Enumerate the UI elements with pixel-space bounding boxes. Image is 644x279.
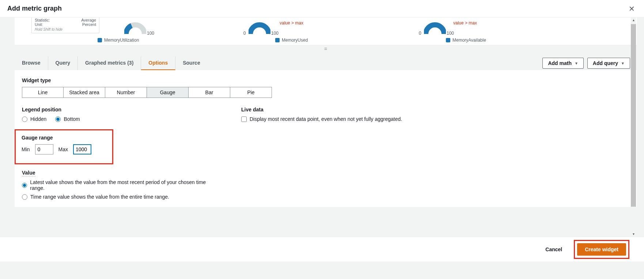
gauge-min-label: 0	[243, 31, 246, 36]
widget-type-bar[interactable]: Bar	[189, 87, 230, 98]
value-timerange-radio[interactable]	[22, 194, 27, 200]
gauge-min-label: 0	[419, 31, 421, 36]
modal-header: Add metric graph ✕	[0, 0, 644, 18]
chevron-down-icon: ▼	[621, 61, 625, 65]
gauge-max-label: 100	[147, 31, 154, 36]
value-exceed-warning: value > max	[280, 20, 303, 26]
live-data-label: Live data	[241, 107, 629, 112]
tab-query[interactable]: Query	[48, 56, 78, 70]
widget-type-pie[interactable]: Pie	[230, 87, 272, 98]
gauge-min-label: Min	[22, 146, 30, 152]
value-timerange-option[interactable]: Time range value shows the value from th…	[22, 194, 212, 200]
legend-swatch	[275, 38, 280, 42]
legend-position-label: Legend position	[22, 107, 212, 112]
legend-item[interactable]: MemoryUsed	[275, 38, 308, 43]
add-math-label: Add math	[548, 60, 572, 66]
modal-title: Add metric graph	[7, 5, 62, 12]
add-query-button[interactable]: Add query▼	[587, 58, 630, 69]
widget-type-number[interactable]: Number	[105, 87, 147, 98]
tab-browse[interactable]: Browse	[15, 56, 48, 70]
widget-type-stacked-area[interactable]: Stacked area	[64, 87, 105, 98]
legend-position-options: Hidden Bottom	[22, 116, 212, 122]
options-panel: Widget type Line Stacked area Number Gau…	[15, 70, 637, 207]
close-button[interactable]: ✕	[626, 4, 637, 14]
tabs: Browse Query Graphed metrics (3) Options…	[15, 56, 208, 70]
legend-label: MemoryUsed	[282, 38, 308, 43]
legend-swatch	[446, 38, 450, 42]
gauge-range-highlight: Gauge range Min Max	[15, 129, 113, 164]
create-widget-highlight: Create widget	[574, 240, 629, 259]
legend-hidden-label: Hidden	[30, 116, 46, 122]
scroll-down-icon[interactable]: ▾	[631, 232, 636, 237]
gauge-memory-available: 0 100	[424, 18, 446, 36]
add-query-label: Add query	[593, 60, 618, 66]
tab-source[interactable]: Source	[175, 56, 207, 70]
value-section-label: Value	[22, 170, 35, 176]
add-math-button[interactable]: Add math▼	[542, 58, 583, 69]
scroll-up-icon[interactable]: ▴	[631, 18, 636, 23]
legend-hidden-radio[interactable]	[22, 116, 27, 122]
widget-type-group: Line Stacked area Number Gauge Bar Pie	[22, 87, 629, 98]
live-data-option[interactable]: Display most recent data point, even whe…	[241, 116, 629, 122]
tabs-row: Browse Query Graphed metrics (3) Options…	[15, 53, 637, 70]
tooltip-stat-label: Statistic:	[35, 18, 50, 22]
resize-handle[interactable]: =	[15, 45, 637, 53]
gauge-max-label: Max	[58, 146, 68, 152]
gauge-max-input[interactable]	[73, 144, 91, 154]
legend-swatch	[98, 38, 102, 42]
chart-tooltip: Statistic: Average Unit: Percent Hold Sh…	[31, 18, 99, 33]
gauge-range-label: Gauge range	[22, 135, 106, 141]
tooltip-hint: Hold Shift to hide	[35, 27, 96, 31]
value-section: Value Latest value shows the value from …	[22, 169, 212, 200]
widget-type-label: Widget type	[22, 77, 629, 83]
tab-options[interactable]: Options	[141, 56, 175, 70]
legend-bottom-label: Bottom	[64, 116, 80, 122]
close-icon: ✕	[629, 5, 635, 13]
value-latest-radio[interactable]	[22, 183, 27, 188]
chevron-down-icon: ▼	[575, 61, 578, 65]
legend-bottom-option[interactable]: Bottom	[55, 116, 80, 122]
tab-actions: Add math▼ Add query▼	[542, 58, 637, 69]
cancel-button[interactable]: Cancel	[538, 244, 569, 255]
chart-preview-panel: Statistic: Average Unit: Percent Hold Sh…	[15, 18, 637, 45]
value-timerange-label: Time range value shows the value from th…	[30, 194, 169, 200]
tooltip-unit-label: Unit:	[35, 22, 43, 27]
gauge-range-row: Min Max	[22, 144, 106, 154]
value-exceed-warning: value > max	[453, 20, 477, 26]
create-widget-button[interactable]: Create widget	[577, 243, 626, 256]
widget-type-gauge[interactable]: Gauge	[147, 87, 189, 98]
gauge-min-input[interactable]	[35, 144, 53, 154]
legend-bottom-radio[interactable]	[55, 116, 61, 122]
legend-label: MemoryAvailable	[452, 38, 486, 43]
gauge-max-label: 100	[271, 31, 279, 36]
gauge-max-label: 100	[447, 31, 454, 36]
legend-item[interactable]: MemoryAvailable	[446, 38, 486, 43]
live-data-checkbox[interactable]	[241, 116, 247, 122]
legend-hidden-option[interactable]: Hidden	[22, 116, 46, 122]
gauge-memory-utilization: 100	[124, 18, 146, 36]
legend-label: MemoryUtilization	[104, 38, 139, 43]
tooltip-unit-value: Percent	[82, 22, 96, 27]
value-latest-label: Latest value shows the value from the mo…	[30, 179, 212, 191]
scrollbar[interactable]: ▴ ▾	[631, 18, 636, 237]
value-latest-option[interactable]: Latest value shows the value from the mo…	[22, 179, 212, 191]
tab-graphed-metrics[interactable]: Graphed metrics (3)	[78, 56, 141, 70]
gauge-memory-used: 0 100	[249, 18, 270, 36]
widget-type-line[interactable]: Line	[22, 87, 64, 98]
legend-item[interactable]: MemoryUtilization	[98, 38, 139, 43]
live-data-desc: Display most recent data point, even whe…	[250, 116, 402, 122]
tooltip-stat-value: Average	[81, 18, 96, 22]
modal-footer: Cancel Create widget	[0, 237, 644, 261]
scroll-thumb[interactable]	[631, 24, 636, 207]
